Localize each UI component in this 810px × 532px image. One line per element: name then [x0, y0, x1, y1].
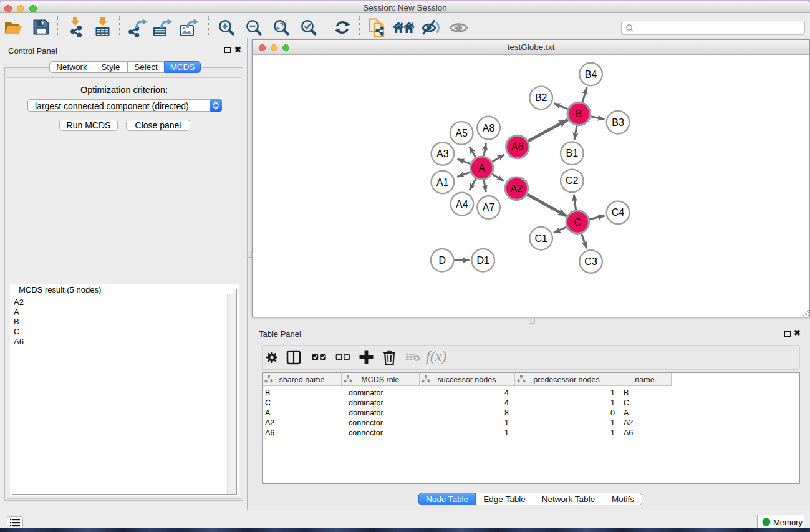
svg-text:A2: A2: [511, 183, 523, 194]
svg-text:D1: D1: [476, 255, 489, 266]
svg-text:C3: C3: [584, 256, 597, 267]
svg-text:A3: A3: [436, 148, 449, 159]
svg-text:A6: A6: [511, 142, 524, 152]
svg-text:B3: B3: [612, 117, 624, 128]
svg-text:A1: A1: [436, 177, 449, 188]
svg-text:C1: C1: [534, 233, 547, 244]
svg-text:B: B: [576, 109, 582, 119]
svg-text:B2: B2: [535, 92, 547, 103]
svg-text:B1: B1: [566, 148, 579, 158]
svg-text:B4: B4: [585, 69, 597, 80]
svg-text:A5: A5: [455, 128, 468, 138]
svg-text:A4: A4: [456, 199, 468, 210]
svg-text:C2: C2: [566, 175, 579, 186]
svg-text:D: D: [438, 255, 446, 266]
svg-text:C: C: [574, 217, 581, 228]
svg-text:C4: C4: [612, 207, 625, 218]
svg-text:A8: A8: [483, 123, 495, 133]
svg-text:A7: A7: [483, 202, 495, 213]
svg-text:A: A: [478, 163, 485, 173]
